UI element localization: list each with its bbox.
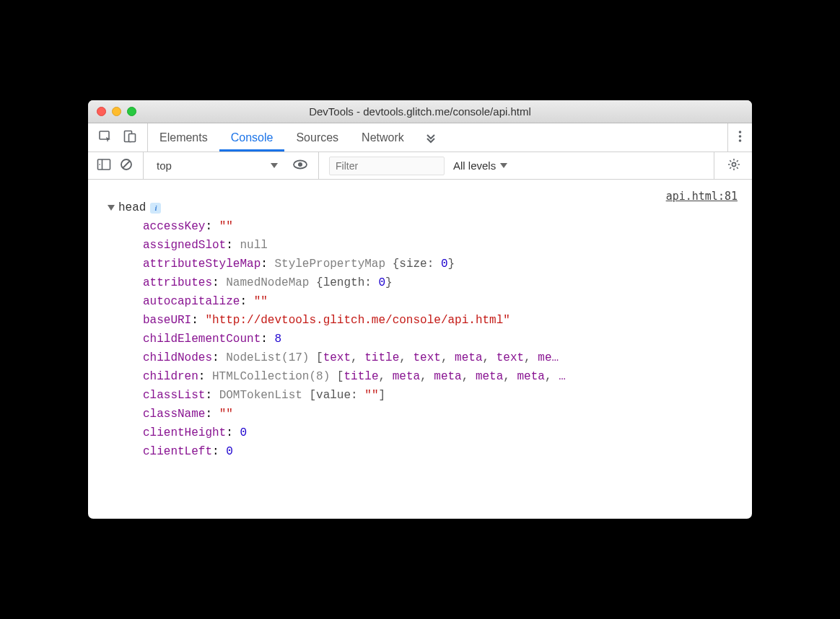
- prop-childElementCount[interactable]: childElementCount: 8: [143, 330, 739, 348]
- device-toolbar-icon[interactable]: [123, 129, 137, 146]
- svg-line-19: [730, 167, 731, 169]
- console-sidebar-toggle-icon[interactable]: [97, 158, 111, 173]
- svg-line-18: [737, 167, 738, 169]
- execution-context-select[interactable]: top: [154, 158, 284, 173]
- disclosure-triangle-icon[interactable]: [108, 205, 115, 211]
- tab-console[interactable]: Console: [219, 123, 285, 152]
- prop-classList[interactable]: classList: DOMTokenList [ value: "" ]: [143, 386, 739, 405]
- inspect-element-icon[interactable]: [98, 129, 113, 146]
- console-settings-icon[interactable]: [725, 158, 743, 173]
- filter-input[interactable]: [329, 157, 445, 175]
- titlebar: DevTools - devtools.glitch.me/console/ap…: [88, 100, 752, 123]
- svg-point-5: [739, 139, 742, 142]
- prop-autocapitalize[interactable]: autocapitalize: "": [143, 292, 739, 311]
- window-title: DevTools - devtools.glitch.me/console/ap…: [88, 105, 752, 118]
- context-value: top: [157, 159, 172, 172]
- live-expression-icon[interactable]: [292, 159, 308, 172]
- prop-className[interactable]: className: "": [143, 405, 739, 423]
- prop-childNodes[interactable]: childNodes: NodeList(17) [ text, title, …: [143, 348, 739, 367]
- tab-elements[interactable]: Elements: [148, 123, 219, 152]
- prop-accessKey[interactable]: accessKey: "": [143, 217, 739, 236]
- info-icon[interactable]: i: [150, 203, 161, 214]
- traffic-lights: [97, 107, 136, 116]
- prop-clientHeight[interactable]: clientHeight: 0: [143, 423, 739, 442]
- prop-baseURI[interactable]: baseURI: "http://devtools.glitch.me/cons…: [143, 311, 739, 330]
- svg-point-3: [739, 131, 742, 133]
- object-label: head: [118, 198, 146, 217]
- kebab-menu-button[interactable]: [728, 130, 752, 145]
- prop-attributes[interactable]: attributes: NamedNodeMap { length: 0 }: [143, 273, 739, 292]
- svg-rect-2: [129, 133, 136, 141]
- devtools-window: DevTools - devtools.glitch.me/console/ap…: [88, 100, 752, 519]
- tab-sources[interactable]: Sources: [284, 123, 350, 152]
- prop-children[interactable]: children: HTMLCollection(8) [ title, met…: [143, 367, 739, 386]
- svg-point-12: [732, 162, 735, 166]
- clear-console-icon[interactable]: [120, 158, 133, 173]
- levels-label: All levels: [453, 159, 496, 172]
- minimize-window-button[interactable]: [112, 107, 121, 116]
- more-tabs-button[interactable]: [416, 123, 446, 152]
- svg-line-20: [737, 160, 738, 162]
- prop-clientLeft[interactable]: clientLeft: 0: [143, 442, 739, 461]
- prop-attributeStyleMap[interactable]: attributeStyleMap: StylePropertyMap { si…: [143, 255, 739, 273]
- chevron-down-icon: [500, 163, 507, 168]
- object-header[interactable]: head i: [108, 198, 739, 217]
- property-list: accessKey: "" assignedSlot: null attribu…: [143, 217, 739, 461]
- svg-line-9: [123, 162, 130, 168]
- prop-assignedSlot[interactable]: assignedSlot: null: [143, 236, 739, 255]
- chevron-down-icon: [271, 163, 278, 168]
- zoom-window-button[interactable]: [127, 107, 136, 116]
- console-output: api.html:81 head i accessKey: "" assigne…: [88, 180, 752, 519]
- close-window-button[interactable]: [97, 107, 106, 116]
- svg-line-17: [730, 160, 731, 162]
- main-toolbar: Elements Console Sources Network: [88, 123, 752, 152]
- log-levels-select[interactable]: All levels: [453, 159, 507, 172]
- console-toolbar: top All levels: [88, 152, 752, 180]
- tab-network[interactable]: Network: [350, 123, 416, 152]
- svg-point-4: [739, 135, 742, 138]
- svg-point-11: [298, 162, 302, 167]
- source-link[interactable]: api.html:81: [666, 187, 738, 206]
